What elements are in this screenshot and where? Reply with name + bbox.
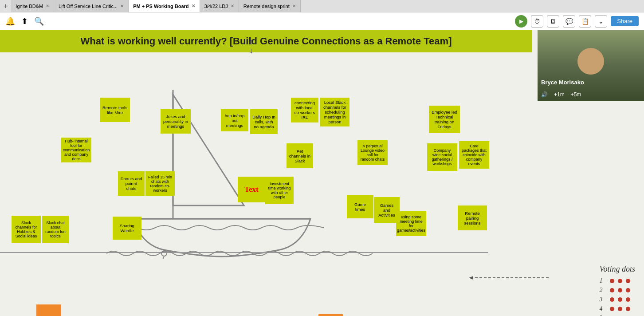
dot (610, 297, 614, 302)
dot (618, 307, 622, 311)
sticky-meeting-games[interactable]: using some meeting time for games/activi… (396, 211, 426, 236)
video-panel: Bryce Morisako 🔊 +1m +5m (538, 30, 644, 101)
sticky-sharing-wordle[interactable]: Sharing Wordle (113, 217, 141, 240)
tab-close-icon[interactable]: ✕ (231, 4, 234, 8)
video-controls: 🔊 +1m +5m (541, 91, 581, 98)
tab-close-icon[interactable]: ✕ (192, 4, 195, 8)
tab-new-button[interactable]: + (0, 2, 11, 10)
play-button[interactable]: ▶ (515, 15, 527, 28)
dot (626, 297, 630, 302)
sticky-company-social[interactable]: Company wide social gatherings / worksho… (427, 143, 457, 171)
sticky-hub-tool[interactable]: Hub- internal tool for communication and… (61, 138, 91, 162)
search-icon[interactable]: 🔍 (34, 16, 44, 26)
voting-row-4: 4 (599, 305, 635, 312)
wave-line (106, 247, 381, 260)
chat-button[interactable]: 💬 (563, 15, 575, 28)
sticky-local-slack[interactable]: Local Slack channels for scheduling meet… (320, 98, 349, 126)
sticky-remote-pairing[interactable]: Remote pairing sessions (458, 205, 487, 230)
tab-bar: + Ignite BD&M ✕ Lift Off Service Line Cr… (0, 0, 644, 12)
sticky-failed-chats[interactable]: Failed 15 min chats with random co-worke… (145, 171, 175, 196)
dot (618, 297, 622, 302)
tab-ldj[interactable]: 3/4/22 LDJ ✕ (200, 0, 239, 12)
sticky-investment-time[interactable]: Investment time working with other peopl… (265, 177, 294, 204)
sticky-donuts[interactable]: Donuts and paired chats (118, 171, 145, 196)
toolbar: 🔔 ⬆ 🔍 ▶ ⏱ 🖥 💬 📋 ⌄ Share (0, 12, 644, 30)
share-button[interactable]: Share (611, 16, 639, 26)
dot (610, 279, 614, 283)
upload-icon[interactable]: ⬆ (21, 16, 28, 26)
voting-row-1: 1 (599, 277, 635, 284)
toolbar-right: ▶ ⏱ 🖥 💬 📋 ⌄ Share (515, 15, 639, 28)
dot (626, 279, 630, 283)
sticky-slack-random[interactable]: Slack chat about random fun topics (42, 216, 69, 243)
main-canvas: What is working well currently? [Build G… (0, 30, 644, 316)
mute-icon[interactable]: 🔊 (541, 91, 548, 98)
dot (610, 307, 614, 311)
nav-down-arrow[interactable]: ↓ (249, 46, 253, 55)
voting-num-1: 1 (599, 277, 607, 284)
sticky-employee-training[interactable]: Employee led Technical training on Frida… (429, 106, 460, 133)
sticky-orange-1[interactable] (36, 304, 61, 316)
dot (610, 288, 614, 292)
voting-num-2: 2 (599, 287, 607, 294)
avatar (538, 30, 644, 101)
sticky-slack-hobbies[interactable]: Slack channels for Hobbies & Social idea… (12, 216, 41, 243)
sticky-lounge-call[interactable]: A perpetual Lounge video call for random… (357, 140, 388, 165)
tab-close-icon[interactable]: ✕ (292, 4, 296, 8)
text-red-label: Text (244, 185, 259, 194)
dot (618, 279, 622, 283)
tab-pmps[interactable]: PM + PS Working Board ✕ (129, 0, 200, 12)
svg-marker-6 (469, 276, 473, 280)
sticky-jokes-personality[interactable]: Jokes and personality in meetings (161, 109, 191, 134)
sticky-hop-meetings[interactable]: hop in/hop out meetings (221, 109, 248, 131)
more-button[interactable]: ⌄ (595, 15, 607, 28)
tab-remote-sprint[interactable]: Remote design sprint ✕ (239, 0, 301, 12)
sticky-orange-2[interactable] (318, 314, 343, 316)
screen-button[interactable]: 🖥 (547, 15, 559, 28)
voting-row-3: 3 (599, 296, 635, 303)
sticky-care-packages[interactable]: Care packages that coincide with company… (459, 141, 489, 169)
voting-num-3: 3 (599, 296, 607, 303)
notification-icon[interactable]: 🔔 (5, 16, 15, 26)
voting-num-4: 4 (599, 305, 607, 312)
tab-liftoff[interactable]: Lift Off Service Line Critic... ✕ (54, 0, 129, 12)
sticky-game-times[interactable]: Game times (347, 195, 373, 218)
sticky-pet-channels[interactable]: Pet channels in Slack (287, 143, 313, 168)
tab-close-icon[interactable]: ✕ (120, 4, 124, 8)
header-banner: What is working well currently? [Build G… (0, 30, 532, 52)
dot (618, 288, 622, 292)
sticky-connecting-local[interactable]: connecting with local co-workers IRL (291, 98, 318, 122)
voting-row-2: 2 (599, 287, 635, 294)
tab-close-icon[interactable]: ✕ (46, 4, 49, 8)
time-plus1[interactable]: +1m (554, 91, 565, 98)
nav-up-arrow[interactable]: ↑ (249, 37, 253, 47)
list-button[interactable]: 📋 (579, 15, 591, 28)
dot (626, 307, 630, 311)
dashed-arrow (469, 273, 558, 282)
voting-title: Voting dots (599, 265, 635, 274)
sticky-daily-hop[interactable]: Daily Hop In calls, with no agenda (250, 109, 278, 134)
time-plus5[interactable]: +5m (571, 91, 581, 98)
tab-ignite[interactable]: Ignite BD&M ✕ (11, 0, 54, 12)
sticky-remote-tools[interactable]: Remote tools like Miro (100, 98, 130, 122)
sticky-text-label[interactable]: Text (238, 177, 265, 202)
voting-panel: Voting dots 1 2 3 4 5 (599, 265, 635, 316)
video-name-label: Bryce Morisako (541, 79, 584, 86)
timer-button[interactable]: ⏱ (531, 15, 543, 28)
dot (626, 288, 630, 292)
